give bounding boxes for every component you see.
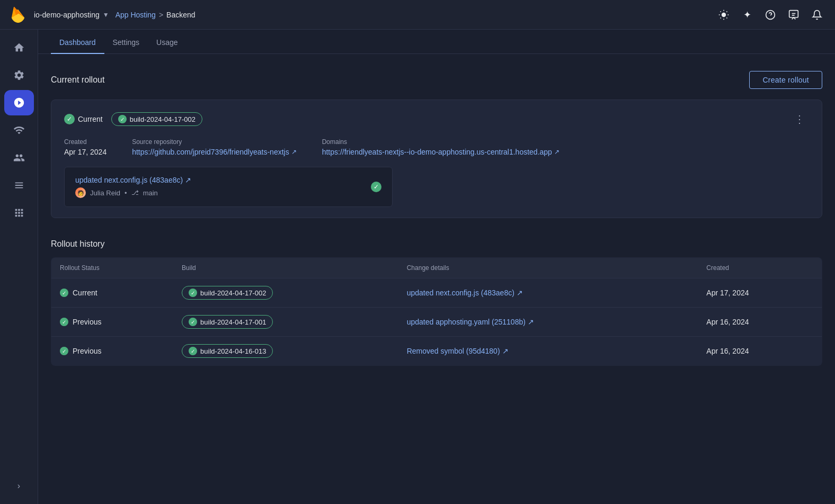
current-rollout-title: Current rollout <box>51 75 104 85</box>
row-build-badge: ✓ build-2024-04-16-013 <box>182 344 273 358</box>
project-dropdown-icon: ▼ <box>103 11 109 19</box>
row-status-icon: ✓ <box>60 289 68 297</box>
created-label: Created <box>64 138 106 146</box>
breadcrumb-page: Backend <box>166 11 195 19</box>
main-layout: › Dashboard Settings Usage Current rollo… <box>0 30 835 504</box>
cell-status: ✓ Previous <box>51 337 174 366</box>
sidebar-item-storage[interactable] <box>4 173 34 198</box>
firebase-logo <box>8 5 28 24</box>
row-change-text: Removed symbol (95d4180) <box>407 347 500 355</box>
commit-info: updated next.config.js (483ae8c) ↗ 🧑 Jul… <box>75 176 191 198</box>
row-build-icon: ✓ <box>189 318 197 326</box>
domains-group: Domains https://friendlyeats-nextjs--io-… <box>322 138 559 156</box>
status-cell: ✓ Previous <box>60 347 165 355</box>
cell-created: Apr 16, 2024 <box>698 337 822 366</box>
col-rollout-status: Rollout Status <box>51 258 174 278</box>
tab-usage[interactable]: Usage <box>148 30 186 54</box>
sidebar-item-users[interactable] <box>4 145 34 170</box>
build-id: build-2024-04-17-002 <box>130 115 196 123</box>
row-build-icon: ✓ <box>189 289 197 297</box>
commit-link-text: updated next.config.js (483ae8c) <box>75 176 183 184</box>
col-build: Build <box>173 258 398 278</box>
table-row: ✓ Current ✓ build-2024-04-17-002 updated… <box>51 278 822 308</box>
row-build-id: build-2024-04-16-013 <box>200 347 266 355</box>
cell-change: updated next.config.js (483ae8c) ↗ <box>398 278 698 308</box>
status-check-icon: ✓ <box>64 114 75 124</box>
current-rollout-card: ✓ Current ✓ build-2024-04-17-002 ⋮ Creat… <box>51 100 822 218</box>
row-status-label: Previous <box>73 318 101 326</box>
sidebar-item-signals[interactable] <box>4 118 34 143</box>
sidebar-item-apps[interactable] <box>4 200 34 226</box>
main-content: Dashboard Settings Usage Current rollout… <box>38 30 835 504</box>
topbar-icons: ✦ <box>714 5 827 24</box>
table-header: Rollout Status Build Change details Crea… <box>51 258 822 278</box>
svg-line-8 <box>726 11 727 12</box>
build-badge: ✓ build-2024-04-17-002 <box>111 112 202 126</box>
cell-change: updated apphosting.yaml (251108b) ↗ <box>398 308 698 337</box>
create-rollout-button[interactable]: Create rollout <box>749 71 822 89</box>
status-cell: ✓ Previous <box>60 318 165 326</box>
breadcrumb-service[interactable]: App Hosting <box>116 11 156 19</box>
notifications-icon[interactable] <box>807 5 827 24</box>
external-link-icon: ↗ <box>291 148 297 156</box>
row-status-label: Current <box>73 289 97 297</box>
build-check-icon: ✓ <box>118 115 127 123</box>
author-name: Julia Reid <box>90 189 120 197</box>
row-change-link[interactable]: updated next.config.js (483ae8c) ↗ <box>407 289 690 297</box>
table-body: ✓ Current ✓ build-2024-04-17-002 updated… <box>51 278 822 366</box>
row-change-ext-icon: ↗ <box>528 318 534 326</box>
tab-dashboard[interactable]: Dashboard <box>51 30 104 54</box>
ai-icon[interactable]: ✦ <box>738 5 757 24</box>
sidebar-item-hosting[interactable] <box>4 90 34 115</box>
project-selector[interactable]: io-demo-apphosting ▼ <box>34 11 109 19</box>
card-header-left: ✓ Current ✓ build-2024-04-17-002 <box>64 112 202 126</box>
cell-build: ✓ build-2024-04-17-001 <box>173 308 398 337</box>
rollout-history-table: Rollout Status Build Change details Crea… <box>51 257 822 366</box>
domains-link[interactable]: https://friendlyeats-nextjs--io-demo-app… <box>322 148 559 156</box>
sidebar: › <box>0 30 38 504</box>
sidebar-expand-icon[interactable]: › <box>4 476 34 496</box>
row-change-ext-icon: ↗ <box>517 289 523 297</box>
row-change-link[interactable]: Removed symbol (95d4180) ↗ <box>407 347 690 355</box>
card-meta: Created Apr 17, 2024 Source repository h… <box>64 138 809 156</box>
row-change-ext-icon: ↗ <box>502 347 509 355</box>
created-group: Created Apr 17, 2024 <box>64 138 106 156</box>
cell-created: Apr 16, 2024 <box>698 308 822 337</box>
external-link-icon-2: ↗ <box>554 148 559 156</box>
cell-status: ✓ Current <box>51 278 174 308</box>
row-build-icon: ✓ <box>189 347 197 355</box>
col-change-details: Change details <box>398 258 698 278</box>
source-repo-group: Source repository https://github.com/jpr… <box>132 138 297 156</box>
source-repo-link[interactable]: https://github.com/jpreid7396/friendlyea… <box>132 148 297 156</box>
cell-build: ✓ build-2024-04-17-002 <box>173 278 398 308</box>
row-change-link[interactable]: updated apphosting.yaml (251108b) ↗ <box>407 318 690 326</box>
col-created: Created <box>698 258 822 278</box>
table-row: ✓ Previous ✓ build-2024-04-17-001 update… <box>51 308 822 337</box>
created-value: Apr 17, 2024 <box>64 148 106 156</box>
current-rollout-header: Current rollout Create rollout <box>51 71 822 89</box>
row-build-id: build-2024-04-17-002 <box>200 289 266 297</box>
cell-created: Apr 17, 2024 <box>698 278 822 308</box>
card-menu-icon[interactable]: ⋮ <box>790 111 809 128</box>
theme-toggle-icon[interactable] <box>714 5 733 24</box>
domains-url: https://friendlyeats-nextjs--io-demo-app… <box>322 148 552 156</box>
rollout-history-title: Rollout history <box>51 239 822 249</box>
author-avatar: 🧑 <box>75 187 86 198</box>
svg-line-7 <box>721 17 721 18</box>
branch-icon: ⎇ <box>131 189 139 196</box>
source-repo-url: https://github.com/jpreid7396/friendlyea… <box>132 148 289 156</box>
commit-link[interactable]: updated next.config.js (483ae8c) ↗ <box>75 176 191 184</box>
row-status-icon: ✓ <box>60 347 68 355</box>
breadcrumb-separator: > <box>159 11 163 19</box>
cell-change: Removed symbol (95d4180) ↗ <box>398 337 698 366</box>
feedback-icon[interactable] <box>784 5 803 24</box>
help-icon[interactable] <box>761 5 780 24</box>
sidebar-item-settings[interactable] <box>4 62 34 88</box>
row-build-id: build-2024-04-17-001 <box>200 318 266 326</box>
status-badge: ✓ Current <box>64 114 103 124</box>
status-label: Current <box>78 115 103 123</box>
sidebar-item-home[interactable] <box>4 35 34 60</box>
tab-settings[interactable]: Settings <box>104 30 148 54</box>
table-row: ✓ Previous ✓ build-2024-04-16-013 Remove… <box>51 337 822 366</box>
cell-build: ✓ build-2024-04-16-013 <box>173 337 398 366</box>
